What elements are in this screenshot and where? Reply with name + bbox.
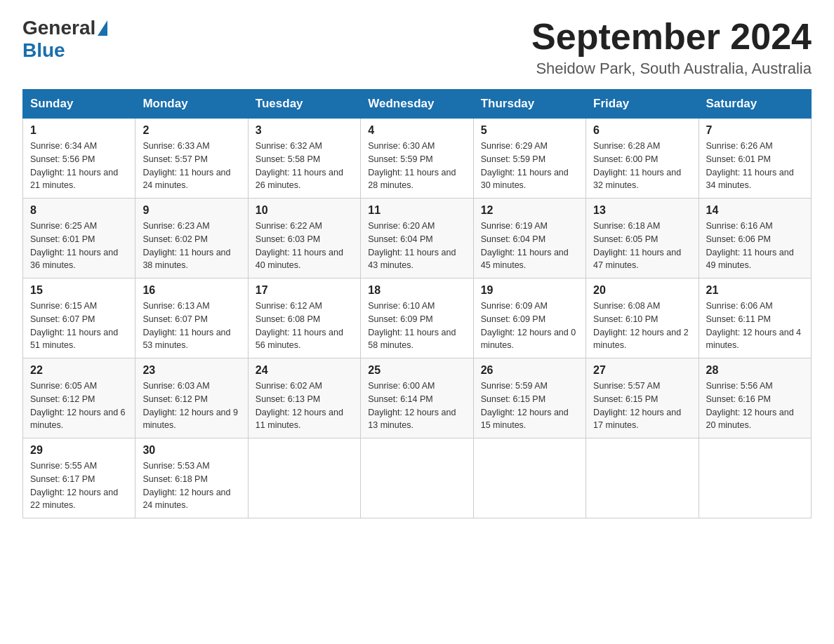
day-number: 11 bbox=[368, 204, 465, 217]
calendar-cell bbox=[473, 438, 585, 518]
calendar-cell: 26 Sunrise: 5:59 AMSunset: 6:15 PMDaylig… bbox=[473, 358, 585, 438]
day-info: Sunrise: 6:30 AMSunset: 5:59 PMDaylight:… bbox=[368, 140, 465, 192]
location-title: Sheidow Park, South Australia, Australia bbox=[531, 60, 812, 78]
calendar-cell: 15 Sunrise: 6:15 AMSunset: 6:07 PMDaylig… bbox=[23, 279, 135, 358]
day-number: 17 bbox=[256, 284, 353, 297]
day-number: 21 bbox=[706, 284, 804, 297]
day-info: Sunrise: 6:26 AMSunset: 6:01 PMDaylight:… bbox=[706, 140, 804, 192]
day-number: 20 bbox=[593, 284, 691, 297]
calendar-cell: 19 Sunrise: 6:09 AMSunset: 6:09 PMDaylig… bbox=[473, 279, 585, 358]
day-number: 6 bbox=[593, 124, 691, 137]
calendar-cell bbox=[699, 438, 811, 518]
day-number: 18 bbox=[368, 284, 465, 297]
day-info: Sunrise: 5:59 AMSunset: 6:15 PMDaylight:… bbox=[481, 380, 578, 432]
day-number: 13 bbox=[593, 204, 691, 217]
calendar-week-row: 8 Sunrise: 6:25 AMSunset: 6:01 PMDayligh… bbox=[23, 199, 812, 279]
day-info: Sunrise: 6:34 AMSunset: 5:56 PMDaylight:… bbox=[30, 140, 128, 192]
calendar-week-row: 22 Sunrise: 6:05 AMSunset: 6:12 PMDaylig… bbox=[23, 358, 812, 438]
day-info: Sunrise: 6:10 AMSunset: 6:09 PMDaylight:… bbox=[368, 300, 465, 352]
day-info: Sunrise: 5:56 AMSunset: 6:16 PMDaylight:… bbox=[706, 380, 804, 432]
day-number: 25 bbox=[368, 364, 465, 377]
weekday-header-friday: Friday bbox=[586, 90, 699, 119]
day-info: Sunrise: 6:00 AMSunset: 6:14 PMDaylight:… bbox=[368, 380, 465, 432]
calendar-cell: 17 Sunrise: 6:12 AMSunset: 6:08 PMDaylig… bbox=[248, 279, 360, 358]
calendar-cell: 6 Sunrise: 6:28 AMSunset: 6:00 PMDayligh… bbox=[586, 119, 699, 199]
day-number: 23 bbox=[143, 364, 240, 377]
calendar-week-row: 1 Sunrise: 6:34 AMSunset: 5:56 PMDayligh… bbox=[23, 119, 812, 199]
calendar-week-row: 15 Sunrise: 6:15 AMSunset: 6:07 PMDaylig… bbox=[23, 279, 812, 358]
calendar-cell: 4 Sunrise: 6:30 AMSunset: 5:59 PMDayligh… bbox=[361, 119, 473, 199]
calendar-week-row: 29 Sunrise: 5:55 AMSunset: 6:17 PMDaylig… bbox=[23, 438, 812, 518]
calendar-cell: 7 Sunrise: 6:26 AMSunset: 6:01 PMDayligh… bbox=[699, 119, 811, 199]
day-info: Sunrise: 6:09 AMSunset: 6:09 PMDaylight:… bbox=[481, 300, 578, 352]
calendar-cell: 9 Sunrise: 6:23 AMSunset: 6:02 PMDayligh… bbox=[135, 199, 248, 279]
day-info: Sunrise: 5:53 AMSunset: 6:18 PMDaylight:… bbox=[143, 459, 240, 512]
calendar-cell: 3 Sunrise: 6:32 AMSunset: 5:58 PMDayligh… bbox=[248, 119, 360, 199]
calendar-table: SundayMondayTuesdayWednesdayThursdayFrid… bbox=[22, 89, 812, 518]
calendar-cell: 23 Sunrise: 6:03 AMSunset: 6:12 PMDaylig… bbox=[135, 358, 248, 438]
day-info: Sunrise: 6:13 AMSunset: 6:07 PMDaylight:… bbox=[143, 300, 240, 352]
day-info: Sunrise: 6:05 AMSunset: 6:12 PMDaylight:… bbox=[30, 380, 128, 432]
calendar-cell: 30 Sunrise: 5:53 AMSunset: 6:18 PMDaylig… bbox=[135, 438, 248, 518]
day-number: 2 bbox=[143, 124, 240, 137]
month-title: September 2024 bbox=[531, 17, 812, 57]
day-number: 4 bbox=[368, 124, 465, 137]
day-number: 28 bbox=[706, 364, 804, 377]
day-number: 30 bbox=[143, 444, 240, 457]
day-info: Sunrise: 6:08 AMSunset: 6:10 PMDaylight:… bbox=[593, 300, 691, 352]
day-number: 15 bbox=[30, 284, 128, 297]
day-number: 14 bbox=[706, 204, 804, 217]
day-info: Sunrise: 6:29 AMSunset: 5:59 PMDaylight:… bbox=[481, 140, 578, 192]
logo-blue-text: Blue bbox=[22, 39, 65, 62]
calendar-cell: 25 Sunrise: 6:00 AMSunset: 6:14 PMDaylig… bbox=[361, 358, 473, 438]
day-number: 22 bbox=[30, 364, 128, 377]
calendar-cell: 29 Sunrise: 5:55 AMSunset: 6:17 PMDaylig… bbox=[23, 438, 135, 518]
weekday-header-sunday: Sunday bbox=[23, 90, 135, 119]
day-number: 24 bbox=[256, 364, 353, 377]
day-info: Sunrise: 6:02 AMSunset: 6:13 PMDaylight:… bbox=[256, 380, 353, 432]
calendar-cell: 11 Sunrise: 6:20 AMSunset: 6:04 PMDaylig… bbox=[361, 199, 473, 279]
day-info: Sunrise: 6:22 AMSunset: 6:03 PMDaylight:… bbox=[256, 220, 353, 272]
calendar-cell: 2 Sunrise: 6:33 AMSunset: 5:57 PMDayligh… bbox=[135, 119, 248, 199]
day-info: Sunrise: 6:32 AMSunset: 5:58 PMDaylight:… bbox=[256, 140, 353, 192]
calendar-cell: 10 Sunrise: 6:22 AMSunset: 6:03 PMDaylig… bbox=[248, 199, 360, 279]
day-info: Sunrise: 6:06 AMSunset: 6:11 PMDaylight:… bbox=[706, 300, 804, 352]
day-number: 5 bbox=[481, 124, 578, 137]
day-number: 7 bbox=[706, 124, 804, 137]
day-number: 12 bbox=[481, 204, 578, 217]
day-number: 9 bbox=[143, 204, 240, 217]
day-info: Sunrise: 5:57 AMSunset: 6:15 PMDaylight:… bbox=[593, 380, 691, 432]
day-info: Sunrise: 6:19 AMSunset: 6:04 PMDaylight:… bbox=[481, 220, 578, 272]
day-info: Sunrise: 5:55 AMSunset: 6:17 PMDaylight:… bbox=[30, 459, 128, 512]
weekday-header-wednesday: Wednesday bbox=[361, 90, 473, 119]
calendar-cell: 16 Sunrise: 6:13 AMSunset: 6:07 PMDaylig… bbox=[135, 279, 248, 358]
day-number: 26 bbox=[481, 364, 578, 377]
page-header: General Blue September 2024 Sheidow Park… bbox=[22, 17, 812, 78]
day-info: Sunrise: 6:12 AMSunset: 6:08 PMDaylight:… bbox=[256, 300, 353, 352]
logo-triangle-icon bbox=[98, 20, 107, 36]
calendar-cell: 12 Sunrise: 6:19 AMSunset: 6:04 PMDaylig… bbox=[473, 199, 585, 279]
calendar-cell: 20 Sunrise: 6:08 AMSunset: 6:10 PMDaylig… bbox=[586, 279, 699, 358]
calendar-cell: 14 Sunrise: 6:16 AMSunset: 6:06 PMDaylig… bbox=[699, 199, 811, 279]
logo: General Blue bbox=[22, 17, 108, 62]
day-number: 16 bbox=[143, 284, 240, 297]
weekday-header-thursday: Thursday bbox=[473, 90, 585, 119]
weekday-header-tuesday: Tuesday bbox=[248, 90, 360, 119]
day-info: Sunrise: 6:03 AMSunset: 6:12 PMDaylight:… bbox=[143, 380, 240, 432]
day-info: Sunrise: 6:15 AMSunset: 6:07 PMDaylight:… bbox=[30, 300, 128, 352]
calendar-cell: 8 Sunrise: 6:25 AMSunset: 6:01 PMDayligh… bbox=[23, 199, 135, 279]
day-number: 3 bbox=[256, 124, 353, 137]
calendar-cell: 21 Sunrise: 6:06 AMSunset: 6:11 PMDaylig… bbox=[699, 279, 811, 358]
day-number: 8 bbox=[30, 204, 128, 217]
weekday-header-monday: Monday bbox=[135, 90, 248, 119]
day-number: 1 bbox=[30, 124, 128, 137]
calendar-cell bbox=[248, 438, 360, 518]
calendar-cell: 1 Sunrise: 6:34 AMSunset: 5:56 PMDayligh… bbox=[23, 119, 135, 199]
day-number: 29 bbox=[30, 444, 128, 457]
day-info: Sunrise: 6:25 AMSunset: 6:01 PMDaylight:… bbox=[30, 220, 128, 272]
calendar-cell: 27 Sunrise: 5:57 AMSunset: 6:15 PMDaylig… bbox=[586, 358, 699, 438]
day-info: Sunrise: 6:18 AMSunset: 6:05 PMDaylight:… bbox=[593, 220, 691, 272]
day-info: Sunrise: 6:28 AMSunset: 6:00 PMDaylight:… bbox=[593, 140, 691, 192]
calendar-cell: 28 Sunrise: 5:56 AMSunset: 6:16 PMDaylig… bbox=[699, 358, 811, 438]
calendar-cell: 22 Sunrise: 6:05 AMSunset: 6:12 PMDaylig… bbox=[23, 358, 135, 438]
